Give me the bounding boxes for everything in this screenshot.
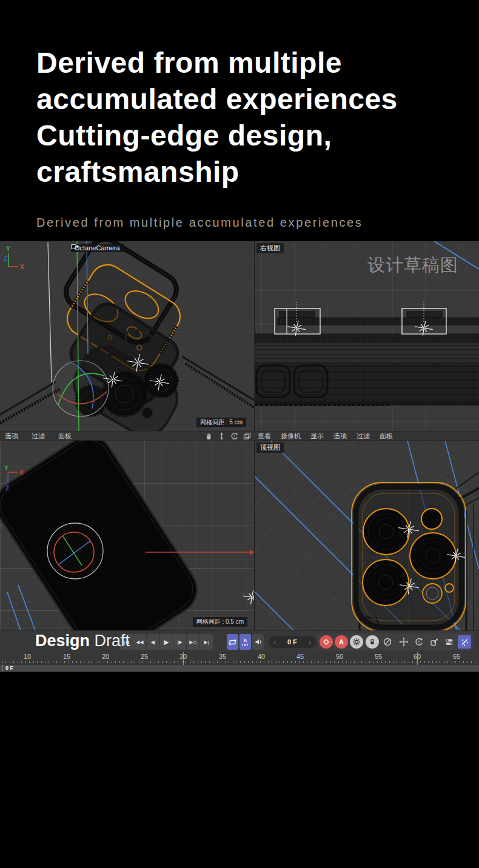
zoom-arrows-icon[interactable]: [218, 432, 226, 440]
parameter-toggles-icon: [444, 637, 454, 647]
gear-icon: [352, 638, 361, 646]
menu-item-panel[interactable]: 面板: [380, 432, 393, 441]
page: Derived from multiple accumulated experi…: [0, 0, 479, 868]
current-frame-marker: [2, 665, 2, 672]
phone-body[interactable]: [0, 441, 206, 630]
menu-item-display[interactable]: 显示: [310, 432, 324, 441]
solo-animation-button[interactable]: [381, 635, 394, 649]
viewport-top-view[interactable]: 顶视图: [255, 441, 479, 630]
hero-title-line: accumulated experiences: [36, 81, 449, 118]
speaker-icon: [254, 638, 263, 646]
timeline-toolbar: Design Draft |◀ ◀◀ ◀| ▶ |▶ ▶◇ ▶| A: [0, 630, 479, 652]
circle-gizmo[interactable]: [47, 523, 103, 579]
record-parameter-toggle[interactable]: [443, 635, 456, 649]
svg-text:Y: Y: [6, 245, 10, 252]
ruler-number: 10: [24, 653, 31, 660]
spark: [243, 590, 254, 604]
ruler-number: 35: [219, 653, 226, 660]
svg-text:X: X: [20, 264, 24, 270]
camera-icon: [71, 244, 79, 250]
keyframe-settings-button[interactable]: [350, 635, 363, 649]
ruler-number: 55: [375, 653, 382, 660]
camera-label[interactable]: OctaneCamera: [71, 244, 124, 252]
timeline-scrub-strip[interactable]: 0 F: [0, 665, 479, 672]
viewport-perspective[interactable]: OctaneCamera Y Z X 网格间距 : 5 cm: [0, 241, 254, 431]
top-view-canvas: [255, 441, 479, 630]
perspective-canvas: [0, 241, 254, 431]
axis-gizmo: Y X Z: [0, 462, 24, 493]
record-scale-toggle[interactable]: [427, 635, 441, 649]
ruler-number: 50: [336, 653, 343, 660]
svg-text:X: X: [19, 469, 24, 476]
front-view-canvas: [0, 441, 254, 630]
menu-item-options[interactable]: 选项: [5, 432, 18, 441]
next-keyframe-button[interactable]: ▶◇: [187, 634, 199, 650]
svg-text:Z: Z: [4, 255, 7, 262]
menu-item-filter[interactable]: 过滤: [32, 432, 45, 441]
rotation-arrows-icon: [414, 637, 424, 647]
current-frame-label: 0 F: [5, 665, 13, 671]
previous-frame-button[interactable]: ◀|: [147, 634, 159, 650]
play-button[interactable]: ▶: [160, 634, 173, 650]
previous-keyframe-button[interactable]: ◀◀: [133, 634, 146, 650]
frame-increment-chevron[interactable]: ›: [309, 638, 311, 646]
lock-icon: [368, 638, 377, 646]
design-draft-bold: Design: [35, 632, 90, 650]
menu-item-view[interactable]: 查看: [258, 432, 271, 441]
menu-item-camera[interactable]: 摄像机: [281, 432, 301, 441]
ruler-number: 20: [102, 653, 109, 660]
hero-title-line: craftsmanship: [36, 154, 449, 190]
frame-decrement-chevron[interactable]: ‹: [273, 638, 276, 646]
svg-text:Z: Z: [5, 485, 9, 492]
autokey-letter: A: [244, 638, 247, 643]
frame-counter-field[interactable]: ‹ 0 F ›: [269, 636, 316, 648]
viewport-front-view[interactable]: Y X Z 网格间距 : 0.5 cm: [0, 441, 254, 630]
autokey-mode-button[interactable]: A: [240, 634, 251, 650]
ruler-number: 40: [258, 653, 265, 660]
menu-item-options[interactable]: 选项: [333, 432, 347, 441]
next-frame-button[interactable]: |▶: [173, 634, 186, 650]
ruler-number: 15: [63, 653, 70, 660]
record-button-group: A: [318, 633, 365, 650]
design-draft-watermark: 设计草稿图: [367, 253, 458, 278]
autokeying-button[interactable]: A: [335, 635, 348, 649]
white-guide-line: [48, 242, 52, 382]
keyframe-diamond-icon: [323, 638, 330, 646]
ruler-number: 65: [453, 653, 460, 660]
footer-spacer: [0, 672, 479, 868]
axis-gizmo: Y Z X: [0, 245, 25, 273]
loop-playback-button[interactable]: [227, 634, 238, 650]
go-to-end-button[interactable]: ▶|: [200, 634, 213, 650]
scale-box-arrow-icon: [429, 637, 439, 647]
design-draft-caption: Design Draft: [35, 632, 130, 650]
loop-icon: [228, 638, 237, 646]
svg-text:Y: Y: [4, 465, 8, 472]
timeline-ruler[interactable]: 10 15 20 25 30 35 40 45 50 55 60 65: [0, 652, 479, 665]
hero-title-line: Cutting-edge design,: [36, 118, 449, 154]
rotation-gizmo[interactable]: [53, 361, 109, 416]
pan-hand-icon[interactable]: [205, 432, 213, 440]
menu-item-filter[interactable]: 过滤: [357, 432, 370, 441]
sound-button[interactable]: [252, 634, 264, 650]
camera-label-text: OctaneCamera: [75, 244, 120, 252]
viewport-right-view[interactable]: 右视图 设计草稿图: [255, 241, 479, 431]
ruler-ticks: [0, 661, 479, 664]
keyframe-lock-button[interactable]: [366, 635, 379, 649]
record-rotation-toggle[interactable]: [412, 635, 426, 649]
record-position-toggle[interactable]: [397, 635, 410, 649]
menu-item-panel[interactable]: 面板: [58, 432, 72, 441]
keyframe-marks-icon: [242, 644, 249, 646]
case-side-wireframe: [255, 312, 479, 406]
viewport-menu-row: 选项 过滤 面板: [0, 431, 479, 441]
toggle-view-icon[interactable]: [243, 432, 251, 440]
viewport-nav-icons: [205, 432, 251, 440]
viewport-name-label: 顶视图: [256, 442, 284, 453]
hero-title-line: Derived from multiple: [36, 45, 449, 81]
grid-spacing-label: 网格间距 : 5 cm: [196, 418, 246, 427]
right-viewport-menu: 查看 摄像机 显示 选项 过滤 面板: [255, 432, 479, 440]
slashed-circle-icon: [383, 637, 392, 647]
record-pla-toggle[interactable]: [458, 635, 471, 649]
position-crosshair-icon: [399, 637, 409, 647]
rotate-view-icon[interactable]: [230, 432, 238, 440]
record-keyframe-button[interactable]: [320, 635, 333, 649]
